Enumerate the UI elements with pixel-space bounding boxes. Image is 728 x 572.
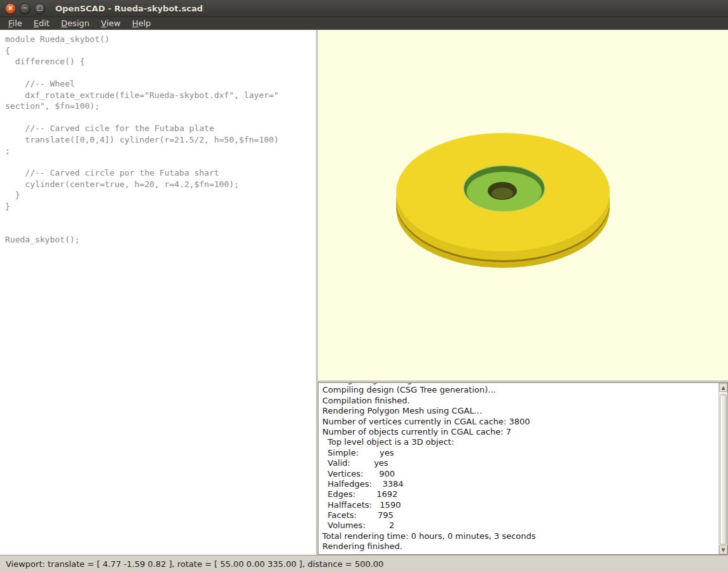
- menu-item-view[interactable]: View: [95, 18, 127, 29]
- console-line: Top level object is a 3D object:: [322, 437, 724, 447]
- code-line: cylinder(center=true, h=20, r=4.2,$fn=10…: [5, 179, 316, 190]
- maximize-button[interactable]: □: [34, 3, 45, 14]
- code-line: //-- Carved circle por the Futaba shart: [5, 167, 316, 179]
- console-line: Halffacets: 1590: [322, 500, 724, 510]
- code-line: Rueda_skybot();: [5, 234, 316, 246]
- right-panel: Parsing design (AST generation)...Compil…: [318, 30, 728, 555]
- code-line: [5, 112, 316, 123]
- console-line: Number of vertices currently in CGAL cac…: [322, 417, 724, 427]
- viewport-status-text: Viewport: translate = [ 4.77 -1.59 0.82 …: [6, 559, 383, 569]
- console-line: Rendering Polygon Mesh using CGAL...: [322, 406, 724, 416]
- code-line: ;: [5, 145, 316, 157]
- hole-inner-wall: [491, 188, 513, 199]
- rendered-model: [318, 30, 728, 380]
- console-line: Volumes: 2: [322, 520, 724, 531]
- code-line: section", $fn=100);: [5, 101, 316, 112]
- code-line: [5, 223, 316, 235]
- scrollbar-thumb[interactable]: [720, 394, 727, 545]
- code-line: }: [5, 190, 316, 201]
- console-line: Number of objects currently in CGAL cach…: [322, 427, 724, 437]
- menu-item-help[interactable]: Help: [127, 18, 157, 29]
- main-area: module Rueda_skybot(){ difference() { //…: [0, 30, 728, 555]
- openscad-window: × − □ OpenSCAD - Rueda-skybot.scad File …: [0, 0, 728, 572]
- console-line: Vertices: 900: [322, 469, 724, 479]
- scrollbar-up-icon[interactable]: ▲: [719, 383, 727, 392]
- code-line: [5, 67, 316, 79]
- console-line: Compiling design (CSG Tree generation)..…: [322, 385, 724, 395]
- console-line: Simple: yes: [322, 448, 724, 458]
- console-line: Rendering finished.: [322, 541, 724, 552]
- statusbar: Viewport: translate = [ 4.77 -1.59 0.82 …: [0, 555, 728, 572]
- scrollbar-down-icon[interactable]: ▼: [719, 545, 727, 554]
- code-line: difference() {: [5, 56, 316, 67]
- menu-item-file[interactable]: File: [3, 18, 28, 29]
- close-button[interactable]: ×: [5, 3, 16, 14]
- window-title: OpenSCAD - Rueda-skybot.scad: [55, 4, 203, 13]
- console-output: Parsing design (AST generation)...Compil…: [319, 382, 727, 552]
- menu-item-design[interactable]: Design: [55, 18, 95, 29]
- console-line: Total rendering time: 0 hours, 0 minutes…: [322, 531, 724, 541]
- code-line: }: [5, 201, 316, 213]
- console-line: Edges: 1692: [322, 489, 724, 499]
- code-line: module Rueda_skybot(): [5, 34, 316, 45]
- code-line: [5, 212, 316, 223]
- code-line: dxf_rotate_extrude(file="Rueda-skybot.dx…: [5, 90, 316, 101]
- code-line: {: [5, 45, 316, 57]
- console-line: Facets: 795: [322, 510, 724, 520]
- console-line: Valid: yes: [322, 458, 724, 468]
- code-line: translate([0,0,4]) cylinder(r=21.5/2, h=…: [5, 134, 316, 146]
- code-line: [5, 157, 316, 168]
- titlebar: × − □ OpenSCAD - Rueda-skybot.scad: [0, 0, 728, 17]
- console-panel[interactable]: Parsing design (AST generation)...Compil…: [318, 382, 728, 555]
- console-line: Compilation finished.: [322, 396, 724, 406]
- viewport-3d[interactable]: [318, 30, 728, 380]
- menu-item-edit[interactable]: Edit: [28, 18, 55, 29]
- code-line: //-- Wheel: [5, 78, 316, 90]
- minimize-button[interactable]: −: [20, 3, 31, 14]
- code-line: //-- Carved cicle for the Futaba plate: [5, 123, 316, 134]
- menubar: File Edit Design View Help: [0, 17, 728, 30]
- code-editor[interactable]: module Rueda_skybot(){ difference() { //…: [0, 30, 316, 555]
- console-scrollbar[interactable]: ▲ ▼: [718, 383, 727, 554]
- console-line: Halfedges: 3384: [322, 479, 724, 489]
